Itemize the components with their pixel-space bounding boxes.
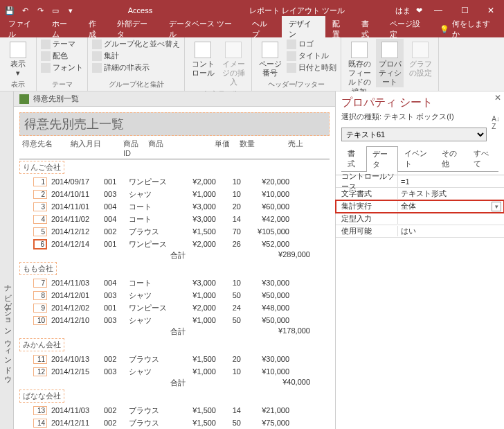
table-row[interactable]: 72014/11/03004コート¥3,00010¥30,000: [19, 277, 330, 289]
view-icon: [10, 42, 26, 58]
colors-icon: [41, 51, 51, 61]
ptab-all[interactable]: すべて: [467, 146, 498, 171]
controls-button[interactable]: コントロール: [189, 39, 217, 78]
ptab-format[interactable]: 書式: [341, 146, 366, 171]
save-icon[interactable]: 💾: [3, 3, 17, 17]
group-controls: コントロール イメージの挿入 コントロール: [185, 37, 252, 91]
user-name: はま: [395, 6, 411, 16]
report-title[interactable]: 得意先別売上一覧: [19, 112, 330, 136]
group-header[interactable]: りんご会社: [19, 161, 64, 174]
table-row[interactable]: 82014/12/01003シャツ¥1,00050¥50,000: [19, 289, 330, 301]
app-title: Access: [128, 6, 152, 15]
propsheet-close-button[interactable]: ✕: [494, 93, 501, 103]
chart-icon: [412, 42, 429, 58]
chart-settings-button: グラフの設定: [406, 39, 434, 78]
group-views: 表示▾ 表示: [0, 37, 37, 91]
datetime-icon: [287, 63, 296, 73]
group-header[interactable]: みかん会社: [19, 338, 64, 351]
navigation-pane[interactable]: ナビゲーション ウィンドウ: [0, 91, 14, 429]
pagenum-icon: [262, 42, 278, 58]
group-headerfooter: ページ番号 ロゴ タイトル 日付と時刻 ヘッダー/フッター: [252, 37, 341, 91]
totals-button[interactable]: 集計: [92, 51, 180, 61]
property-sheet: ✕ プロパティ シート 選択の種類: テキスト ボックス(I) A↓Z テキスト…: [335, 91, 504, 429]
table-row[interactable]: 22014/10/11003シャツ¥1,00010¥10,000: [19, 188, 330, 200]
sort-button[interactable]: A↓Z: [492, 115, 500, 130]
ptab-other[interactable]: その他: [435, 146, 467, 171]
propsheet-title: プロパティ シート: [336, 91, 504, 110]
context-title: レポート レイアウト ツール: [249, 6, 345, 16]
groupsort-icon: [92, 40, 102, 49]
prop-textformat[interactable]: 文字書式テキスト形式: [336, 188, 504, 200]
table-row[interactable]: 122014/12/15003シャツ¥1,00010¥10,000: [19, 365, 330, 378]
prop-controlsource[interactable]: コントロールソース=1: [336, 175, 504, 188]
controls-icon: [195, 42, 211, 58]
fonts-icon: [41, 63, 51, 73]
group-sort-button[interactable]: グループ化と並べ替え: [92, 39, 180, 49]
table-row[interactable]: 62014/12/14001ワンピース¥2,00026¥52,000: [19, 238, 330, 250]
page-number-button[interactable]: ページ番号: [256, 39, 284, 78]
table-row[interactable]: 132014/11/03002ブラウス¥1,50014¥21,000: [19, 404, 330, 417]
datetime-button[interactable]: 日付と時刻: [287, 62, 336, 73]
group-tools: 既存のフィールドの追加 プロパティシート グラフの設定 ツール: [341, 37, 439, 91]
prop-inputmask[interactable]: 定型入力: [336, 213, 504, 225]
propsheet-tabs: 書式 データ イベント その他 すべて: [341, 146, 498, 172]
fonts-button[interactable]: フォント: [41, 62, 83, 73]
table-row[interactable]: 12014/09/17001ワンピース¥2,00010¥20,000: [19, 175, 330, 188]
ptab-event[interactable]: イベント: [398, 146, 436, 171]
views-button[interactable]: 表示▾: [4, 39, 32, 78]
table-row[interactable]: 142014/12/11002ブラウス¥1,50050¥75,000: [19, 417, 330, 429]
ribbon-tabs: ファイル ホーム 作成 外部データ データベース ツール ヘルプ デザイン 配置…: [0, 21, 504, 37]
theme-icon: [41, 40, 51, 49]
ptab-data[interactable]: データ: [366, 146, 397, 172]
hidedetail-icon: [92, 63, 102, 73]
table-row[interactable]: 52014/12/12002ブラウス¥1,50070¥105,000: [19, 225, 330, 238]
colors-button[interactable]: 配色: [41, 51, 83, 61]
group-header[interactable]: ばなな会社: [19, 389, 64, 403]
redo-icon[interactable]: ↷: [33, 3, 47, 17]
column-headers: 得意先名納入月日商品ID商品単価数量売上: [19, 137, 330, 159]
group-header[interactable]: もも会社: [19, 262, 57, 275]
logo-button[interactable]: ロゴ: [287, 39, 336, 49]
dropdown-icon[interactable]: ▾: [492, 202, 501, 211]
propsheet-selector[interactable]: テキスト61: [341, 128, 487, 141]
table-row[interactable]: 102014/12/10003シャツ¥1,00050¥50,000: [19, 314, 330, 326]
fields-icon: [351, 42, 368, 58]
bulb-icon: 💡: [440, 25, 449, 34]
table-row[interactable]: 42014/11/02004コート¥3,00014¥42,000: [19, 213, 330, 225]
subtotal-row: 合計¥178,000: [19, 326, 330, 337]
property-sheet-button[interactable]: プロパティシート: [376, 39, 404, 87]
table-row[interactable]: 92014/12/02001ワンピース¥2,00024¥48,000: [19, 301, 330, 314]
close-button[interactable]: ✕: [480, 2, 501, 19]
undo-icon[interactable]: ↶: [18, 3, 32, 17]
group-themes: テーマ 配色 フォント テーマ: [37, 37, 88, 91]
prop-runningsum[interactable]: 集計実行全体▾: [336, 200, 504, 213]
report-icon: [19, 94, 29, 104]
table-row[interactable]: 32014/11/01004コート¥3,00020¥60,000: [19, 200, 330, 213]
ribbon: 表示▾ 表示 テーマ 配色 フォント テーマ グループ化と並べ替え 集計 詳細の…: [0, 37, 504, 91]
prop-enabled[interactable]: 使用可能はい: [336, 225, 504, 238]
quick-access-toolbar: 💾 ↶ ↷ ▭ ▾: [3, 3, 78, 17]
subtotal-row: 合計¥289,000: [19, 250, 330, 261]
themes-button[interactable]: テーマ: [41, 39, 83, 49]
qat-dropdown-icon[interactable]: ▾: [64, 3, 78, 17]
table-row[interactable]: 112014/10/13002ブラウス¥1,50020¥30,000: [19, 353, 330, 365]
existing-fields-button[interactable]: 既存のフィールドの追加: [345, 39, 373, 96]
property-grid: コントロールソース=1 文字書式テキスト形式 集計実行全体▾ 定型入力 使用可能…: [336, 175, 504, 238]
maximize-button[interactable]: ☐: [454, 2, 475, 19]
sigma-icon: [92, 51, 102, 61]
open-icon[interactable]: ▭: [48, 3, 62, 17]
propsheet-icon: [381, 42, 398, 58]
user-avatar-icon[interactable]: ❤: [416, 6, 422, 15]
subtotal-row: 合計¥40,000: [19, 378, 330, 388]
report-tab[interactable]: 得意先別一覧: [14, 91, 335, 107]
logo-icon: [287, 40, 296, 49]
image-icon: [225, 42, 242, 58]
hide-detail-button[interactable]: 詳細の非表示: [92, 62, 180, 73]
title-icon: [287, 51, 296, 61]
report-area: 得意先別一覧 得意先別売上一覧得意先名納入月日商品ID商品単価数量売上りんご会社…: [14, 91, 335, 429]
insert-image-button: イメージの挿入: [219, 39, 247, 87]
title-button[interactable]: タイトル: [287, 51, 336, 61]
group-grouping: グループ化と並べ替え 集計 詳細の非表示 グループ化と集計: [88, 37, 185, 91]
tell-me[interactable]: 💡何をしますか: [434, 19, 503, 40]
propsheet-subtitle: 選択の種類: テキスト ボックス(I): [336, 110, 504, 123]
